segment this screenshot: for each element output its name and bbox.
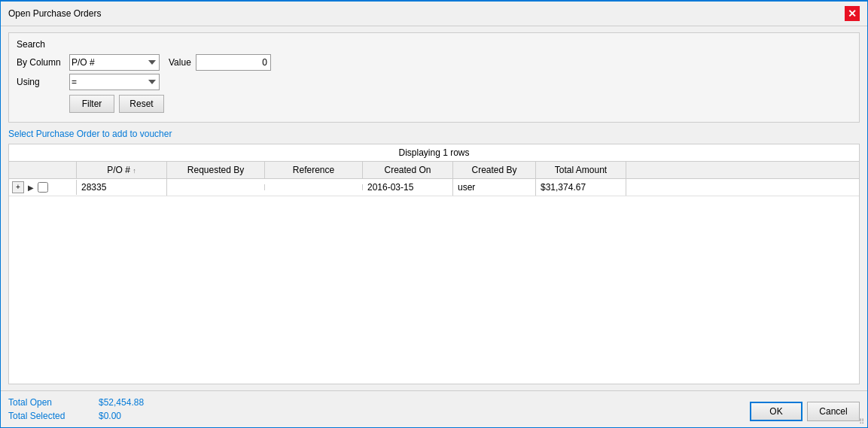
- table-row: + ▶ 28335 2016-03-15 user $31,374.67: [9, 179, 859, 196]
- grid-header: P/O # ↑ Requested By Reference Created O…: [9, 162, 859, 179]
- value-input[interactable]: [196, 54, 271, 71]
- total-selected-row: Total Selected $0.00: [8, 411, 144, 421]
- using-row: Using = < > <= >= Contains: [17, 74, 851, 90]
- total-open-label: Total Open: [8, 397, 84, 408]
- expand-button[interactable]: +: [12, 181, 24, 193]
- open-purchase-orders-dialog: Open Purchase Orders ✕ Search By Column …: [0, 0, 868, 428]
- header-reference[interactable]: Reference: [265, 162, 363, 178]
- resize-handle[interactable]: ⠿: [859, 417, 864, 426]
- title-bar: Open Purchase Orders ✕: [1, 2, 867, 26]
- footer-buttons: OK Cancel: [750, 402, 860, 421]
- using-select[interactable]: = < > <= >= Contains: [69, 74, 160, 90]
- grid-container: Displaying 1 rows P/O # ↑ Requested By R…: [8, 144, 860, 384]
- footer: Total Open $52,454.88 Total Selected $0.…: [1, 390, 867, 427]
- by-column-label: By Column: [17, 57, 69, 68]
- cell-created-by: user: [453, 179, 536, 196]
- by-column-row: By Column P/O # Requested By Reference C…: [17, 54, 851, 71]
- header-spacer: [9, 162, 77, 178]
- cell-po-number: 28335: [77, 179, 167, 196]
- search-group-label: Search: [17, 39, 851, 50]
- cancel-button[interactable]: Cancel: [807, 402, 860, 421]
- search-buttons: Filter Reset: [69, 95, 851, 113]
- cell-requested-by: [167, 184, 265, 190]
- cell-reference: [265, 184, 363, 190]
- header-created-by[interactable]: Created By: [453, 162, 536, 178]
- ok-button[interactable]: OK: [750, 402, 803, 421]
- reset-button[interactable]: Reset: [119, 95, 164, 113]
- header-po-number[interactable]: P/O # ↑: [77, 162, 167, 178]
- header-total-amount[interactable]: Total Amount: [536, 162, 626, 178]
- dialog-body: Search By Column P/O # Requested By Refe…: [1, 26, 867, 390]
- grid-section-label: Select Purchase Order to add to voucher: [8, 129, 860, 139]
- grid-body: + ▶ 28335 2016-03-15 user $31,374.67: [9, 179, 859, 384]
- header-created-on[interactable]: Created On: [363, 162, 453, 178]
- header-requested-by[interactable]: Requested By: [167, 162, 265, 178]
- using-label: Using: [17, 77, 69, 87]
- total-open-row: Total Open $52,454.88: [8, 397, 144, 408]
- dialog-title: Open Purchase Orders: [8, 8, 101, 19]
- displaying-text: Displaying 1 rows: [398, 147, 469, 158]
- value-label: Value: [169, 57, 191, 68]
- total-open-value: $52,454.88: [99, 397, 144, 408]
- nav-arrow-button[interactable]: ▶: [26, 182, 36, 193]
- cell-total-amount: $31,374.67: [536, 179, 626, 196]
- total-selected-value: $0.00: [99, 411, 121, 421]
- sort-icon: ↑: [132, 167, 136, 175]
- grid-info-row: Displaying 1 rows: [9, 144, 859, 162]
- total-selected-label: Total Selected: [8, 411, 84, 421]
- row-controls: + ▶: [9, 180, 77, 195]
- footer-totals: Total Open $52,454.88 Total Selected $0.…: [8, 397, 144, 421]
- cell-created-on: 2016-03-15: [363, 179, 453, 196]
- search-group: Search By Column P/O # Requested By Refe…: [8, 32, 860, 123]
- close-button[interactable]: ✕: [845, 6, 860, 21]
- by-column-select[interactable]: P/O # Requested By Reference Created On …: [69, 54, 160, 71]
- row-checkbox[interactable]: [38, 182, 48, 193]
- filter-button[interactable]: Filter: [69, 95, 114, 113]
